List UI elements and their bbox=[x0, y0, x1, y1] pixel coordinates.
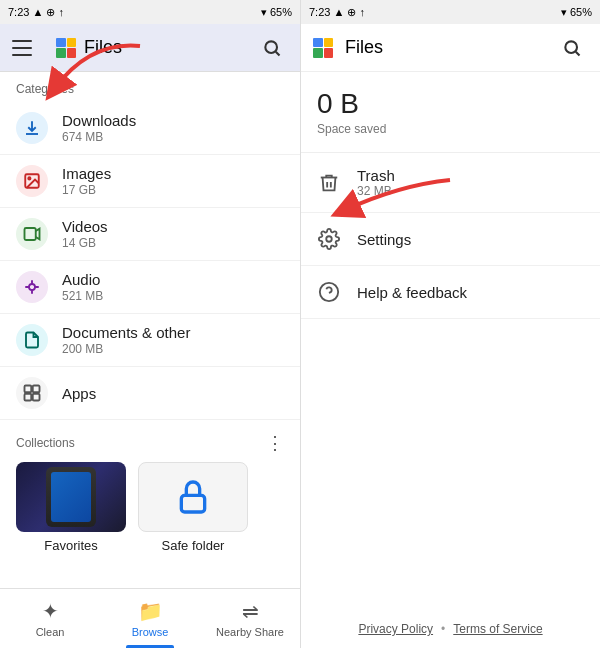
safe-folder-thumbnail bbox=[138, 462, 248, 532]
right-menu-settings[interactable]: Settings bbox=[301, 213, 600, 266]
left-panel: 7:23 ▲ ⊕ ↑ ▾ 65% Files bbox=[0, 0, 300, 648]
terms-link[interactable]: Terms of Service bbox=[453, 622, 542, 636]
downloads-size: 674 MB bbox=[62, 130, 136, 144]
space-amount: 0 B bbox=[317, 88, 584, 120]
battery-right: 65% bbox=[570, 6, 592, 18]
app-title-text: Files bbox=[84, 37, 122, 58]
svg-rect-7 bbox=[33, 386, 40, 393]
clean-icon: ✦ bbox=[42, 599, 59, 623]
bottom-nav: ✦ Clean 📁 Browse ⇌ Nearby Share bbox=[0, 588, 300, 648]
videos-icon bbox=[23, 225, 41, 243]
nav-clean[interactable]: ✦ Clean bbox=[0, 589, 100, 648]
right-title: Files bbox=[345, 37, 544, 58]
bottom-links: Privacy Policy • Terms of Service bbox=[301, 610, 600, 648]
collections-header: Collections ⋮ bbox=[0, 420, 300, 462]
apps-text: Apps bbox=[62, 385, 96, 402]
settings-text: Settings bbox=[357, 231, 411, 248]
svg-line-12 bbox=[576, 51, 580, 55]
menu-item-images[interactable]: Images 17 GB bbox=[0, 155, 300, 208]
search-button-right[interactable] bbox=[556, 32, 588, 64]
svg-point-11 bbox=[565, 41, 577, 53]
collections-label: Collections bbox=[16, 436, 75, 450]
images-icon-bg bbox=[16, 165, 48, 197]
trash-icon-container bbox=[317, 171, 341, 195]
nearby-share-label: Nearby Share bbox=[216, 626, 284, 638]
favorites-collection[interactable]: Favorites bbox=[16, 462, 126, 553]
documents-name: Documents & other bbox=[62, 324, 190, 341]
settings-icon-container bbox=[317, 227, 341, 251]
favorites-thumbnail bbox=[16, 462, 126, 532]
right-content: 0 B Space saved Trash 32 MB bbox=[301, 72, 600, 610]
nav-browse[interactable]: 📁 Browse bbox=[100, 589, 200, 648]
search-icon-right bbox=[562, 38, 582, 58]
svg-point-0 bbox=[265, 41, 277, 53]
menu-item-documents[interactable]: Documents & other 200 MB bbox=[0, 314, 300, 367]
trash-icon bbox=[318, 172, 340, 194]
safe-folder-name: Safe folder bbox=[162, 538, 225, 553]
settings-name: Settings bbox=[357, 231, 411, 248]
nav-nearby-share[interactable]: ⇌ Nearby Share bbox=[200, 589, 300, 648]
documents-size: 200 MB bbox=[62, 342, 190, 356]
documents-text: Documents & other 200 MB bbox=[62, 324, 190, 356]
top-bar-left: Files bbox=[0, 24, 300, 72]
dot-separator: • bbox=[441, 622, 445, 636]
menu-item-apps[interactable]: Apps bbox=[0, 367, 300, 420]
settings-icon bbox=[318, 228, 340, 250]
safe-folder-collection[interactable]: Safe folder bbox=[138, 462, 248, 553]
right-menu-help[interactable]: Help & feedback bbox=[301, 266, 600, 319]
time-right: 7:23 bbox=[309, 6, 330, 18]
browse-icon: 📁 bbox=[138, 599, 163, 623]
right-panel: 7:23 ▲ ⊕ ↑ ▾ 65% Files bbox=[300, 0, 600, 648]
right-top-bar: Files bbox=[301, 24, 600, 72]
favorites-name: Favorites bbox=[44, 538, 97, 553]
signal-icons: ▲ ⊕ ↑ bbox=[32, 6, 64, 19]
menu-item-audio[interactable]: Audio 521 MB bbox=[0, 261, 300, 314]
wifi-right: ▾ bbox=[561, 6, 567, 19]
svg-point-13 bbox=[326, 236, 332, 242]
collections-row: Favorites Safe folder bbox=[0, 462, 300, 553]
audio-size: 521 MB bbox=[62, 289, 103, 303]
apps-icon-bg bbox=[16, 377, 48, 409]
videos-size: 14 GB bbox=[62, 236, 108, 250]
battery-left: 65% bbox=[270, 6, 292, 18]
svg-rect-10 bbox=[181, 495, 204, 512]
svg-rect-9 bbox=[33, 394, 40, 401]
apps-icon bbox=[23, 384, 41, 402]
images-name: Images bbox=[62, 165, 111, 182]
space-label: Space saved bbox=[317, 122, 584, 136]
help-name: Help & feedback bbox=[357, 284, 467, 301]
privacy-policy-link[interactable]: Privacy Policy bbox=[358, 622, 433, 636]
app-title: Files bbox=[56, 37, 244, 58]
nearby-share-icon: ⇌ bbox=[242, 599, 259, 623]
right-menu-trash[interactable]: Trash 32 MB bbox=[301, 153, 600, 213]
images-icon bbox=[23, 172, 41, 190]
downloads-name: Downloads bbox=[62, 112, 136, 129]
trash-text: Trash 32 MB bbox=[357, 167, 395, 198]
status-bar-left: 7:23 ▲ ⊕ ↑ ▾ 65% bbox=[0, 0, 300, 24]
categories-label: Categories bbox=[0, 72, 300, 102]
svg-rect-6 bbox=[25, 386, 32, 393]
status-bar-right: 7:23 ▲ ⊕ ↑ ▾ 65% bbox=[301, 0, 600, 24]
audio-icon-bg bbox=[16, 271, 48, 303]
trash-name: Trash bbox=[357, 167, 395, 184]
signal-icons-right: ▲ ⊕ ↑ bbox=[333, 6, 365, 19]
audio-name: Audio bbox=[62, 271, 103, 288]
audio-text: Audio 521 MB bbox=[62, 271, 103, 303]
images-text: Images 17 GB bbox=[62, 165, 111, 197]
menu-item-videos[interactable]: Videos 14 GB bbox=[0, 208, 300, 261]
browse-label: Browse bbox=[132, 626, 169, 638]
search-icon bbox=[262, 38, 282, 58]
svg-rect-8 bbox=[25, 394, 32, 401]
search-button-left[interactable] bbox=[256, 32, 288, 64]
hamburger-menu-button[interactable] bbox=[12, 32, 44, 64]
images-size: 17 GB bbox=[62, 183, 111, 197]
menu-item-downloads[interactable]: Downloads 674 MB bbox=[0, 102, 300, 155]
svg-point-3 bbox=[28, 177, 30, 179]
audio-icon bbox=[23, 278, 41, 296]
time-left: 7:23 bbox=[8, 6, 29, 18]
downloads-text: Downloads 674 MB bbox=[62, 112, 136, 144]
collections-more-button[interactable]: ⋮ bbox=[266, 432, 284, 454]
svg-point-5 bbox=[29, 284, 35, 290]
documents-icon bbox=[23, 331, 41, 349]
videos-icon-bg bbox=[16, 218, 48, 250]
